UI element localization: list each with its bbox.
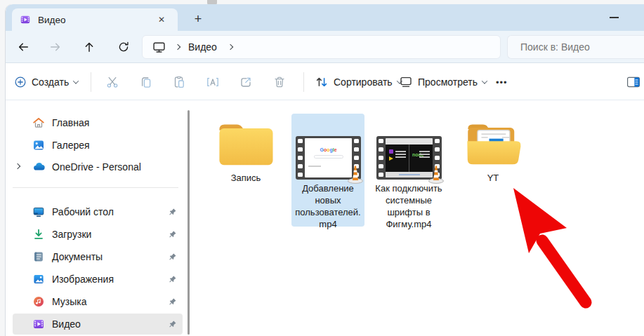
delete-button[interactable] bbox=[270, 72, 289, 92]
minimize-button[interactable] bbox=[606, 13, 622, 22]
trash-icon bbox=[272, 75, 287, 89]
file-name: YT bbox=[461, 172, 525, 184]
sort-button[interactable]: Сортировать bbox=[309, 71, 407, 93]
chevron-down-icon bbox=[73, 78, 79, 83]
search-input[interactable] bbox=[508, 36, 644, 58]
tab-title: Видео bbox=[38, 15, 65, 25]
sidebar-item-desktop[interactable]: Рабочий стол bbox=[13, 201, 183, 222]
sidebar-item-label: Загрузки bbox=[52, 229, 91, 240]
sort-label: Сортировать bbox=[334, 76, 393, 88]
google-logo: Google bbox=[305, 147, 352, 152]
vlc-cone-icon bbox=[346, 163, 364, 184]
expand-chevron-icon[interactable] bbox=[15, 163, 20, 169]
create-label: Создать bbox=[32, 76, 69, 88]
sidebar-item-gallery[interactable]: Галерея bbox=[13, 135, 183, 156]
sidebar-item-onedrive[interactable]: OneDrive - Personal bbox=[13, 156, 183, 177]
video-thumbnail: Google bbox=[296, 136, 361, 180]
sidebar-item-label: Главная bbox=[52, 117, 89, 128]
paste-icon bbox=[172, 75, 186, 89]
view-icon bbox=[399, 75, 413, 89]
minimize-icon bbox=[610, 17, 619, 18]
breadcrumb-chevron-icon[interactable] bbox=[228, 44, 233, 50]
view-button[interactable]: Просмотреть bbox=[393, 71, 492, 93]
breadcrumb-item-video[interactable]: Видео bbox=[188, 41, 217, 53]
text-line-graphic bbox=[308, 166, 321, 167]
search-box[interactable] bbox=[507, 35, 644, 59]
sidebar-item-downloads[interactable]: Загрузки bbox=[13, 224, 183, 245]
file-tile-folder[interactable]: Запись bbox=[214, 119, 277, 184]
explorer-tab[interactable]: Видео ✕ bbox=[12, 8, 178, 31]
file-name: Добавление новых пользователей. mp4 bbox=[291, 182, 364, 230]
navigation-pane: Главная Галерея OneDrive - Personal bbox=[6, 100, 183, 336]
details-pane-icon bbox=[626, 76, 640, 88]
divider bbox=[91, 72, 91, 92]
cut-button[interactable] bbox=[103, 72, 122, 92]
sidebar-item-pictures[interactable]: Изображения bbox=[13, 269, 183, 290]
gallery-icon bbox=[32, 139, 45, 152]
file-tile-video[interactable]: node Как подключить системные шрифты в bbox=[372, 114, 445, 230]
vlc-cone-icon bbox=[427, 163, 445, 184]
forward-arrow-icon bbox=[49, 41, 62, 53]
share-button[interactable] bbox=[236, 72, 256, 92]
create-button[interactable]: Создать bbox=[8, 71, 84, 93]
sidebar-item-label: Галерея bbox=[52, 140, 90, 151]
file-tile-folder-yt[interactable]: YT bbox=[461, 119, 525, 184]
folder-icon bbox=[215, 119, 277, 169]
pin-icon bbox=[168, 208, 177, 217]
video-icon bbox=[32, 318, 45, 330]
divider bbox=[303, 72, 304, 92]
back-button[interactable] bbox=[13, 36, 34, 58]
sidebar-item-label: Видео bbox=[52, 318, 81, 330]
cut-icon bbox=[105, 75, 119, 89]
sort-icon bbox=[315, 75, 329, 89]
details-pane-toggle[interactable] bbox=[624, 72, 643, 92]
paste-button[interactable] bbox=[169, 72, 189, 92]
address-bar[interactable]: Видео bbox=[142, 35, 501, 59]
view-label: Просмотреть bbox=[418, 76, 478, 88]
sidebar-item-label: Музыка bbox=[52, 296, 87, 307]
back-arrow-icon bbox=[17, 41, 29, 53]
pin-icon bbox=[168, 320, 177, 329]
sidebar-item-video[interactable]: Видео bbox=[13, 314, 183, 335]
video-thumbnail: node bbox=[376, 136, 442, 180]
home-icon bbox=[32, 116, 45, 129]
thumbnail-content: node bbox=[386, 138, 433, 177]
desktop-icon bbox=[32, 206, 45, 218]
pin-icon bbox=[168, 230, 177, 239]
sidebar-item-documents[interactable]: Документы bbox=[13, 246, 183, 267]
pin-icon bbox=[168, 253, 177, 262]
this-pc-monitor-icon bbox=[152, 41, 166, 54]
copy-icon bbox=[139, 75, 153, 89]
sidebar-item-music[interactable]: Музыка bbox=[13, 291, 183, 312]
more-options-button[interactable]: ••• bbox=[490, 71, 513, 93]
sidebar-scrollbar[interactable] bbox=[188, 110, 190, 335]
sidebar-item-label: OneDrive - Personal bbox=[52, 161, 141, 173]
file-name: Запись bbox=[214, 172, 277, 184]
file-name: Как подключить системные шрифты в Фигму.… bbox=[372, 182, 445, 230]
file-list-area[interactable]: Запись Google bbox=[195, 100, 644, 336]
search-bar-graphic bbox=[314, 155, 343, 159]
navigation-bar: Видео bbox=[6, 31, 644, 62]
documents-icon bbox=[32, 250, 45, 263]
tab-close-button[interactable]: ✕ bbox=[154, 13, 169, 27]
refresh-button[interactable] bbox=[113, 36, 134, 58]
music-icon bbox=[32, 295, 45, 308]
thumbnail-content: Google bbox=[305, 138, 352, 177]
sidebar-separator bbox=[13, 187, 178, 188]
open-folder-icon bbox=[462, 119, 524, 169]
chevron-graphic bbox=[389, 156, 393, 161]
up-button[interactable] bbox=[79, 36, 100, 58]
pin-icon bbox=[168, 297, 177, 307]
downloads-icon bbox=[32, 228, 45, 241]
sidebar-item-home[interactable]: Главная bbox=[13, 112, 183, 133]
figma-logo-graphic bbox=[389, 149, 393, 154]
copy-button[interactable] bbox=[136, 72, 156, 92]
refresh-icon bbox=[117, 41, 130, 53]
ellipsis-icon: ••• bbox=[496, 77, 508, 88]
rename-button[interactable] bbox=[203, 72, 223, 92]
forward-button[interactable] bbox=[45, 36, 66, 58]
command-toolbar: Создать bbox=[6, 63, 644, 100]
new-tab-button[interactable]: + bbox=[188, 10, 208, 28]
file-tile-video-selected[interactable]: Google Добавление новых пользователей. m… bbox=[291, 114, 364, 230]
rename-icon bbox=[206, 75, 220, 89]
